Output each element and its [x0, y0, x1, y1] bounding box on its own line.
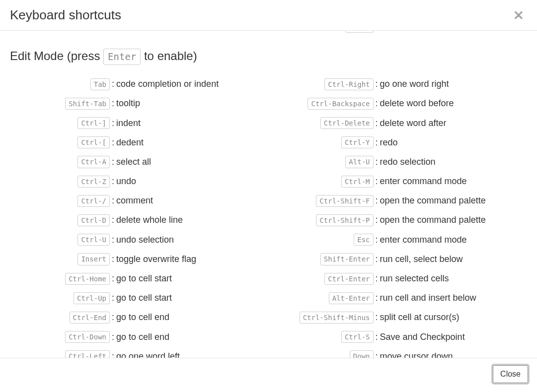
shortcut-desc: run selected cells	[380, 272, 449, 284]
shortcut-row: Ctrl-Enter: run selected cells	[269, 272, 528, 285]
shortcut-desc: redo selection	[380, 156, 436, 168]
shortcut-key: Ctrl-Delete	[320, 117, 374, 129]
shortcut-key: Shift-Enter	[320, 253, 374, 265]
close-button[interactable]: Close	[493, 365, 528, 383]
shortcut-key: Ctrl-Up	[74, 292, 110, 304]
section-heading-edit-mode: Edit Mode (press Enter to enable)	[10, 49, 527, 65]
shortcut-row: Ctrl-Home: go to cell start	[10, 272, 269, 285]
enter-key: Enter	[103, 49, 141, 65]
cutoff-shortcut-row: Space : scroll notebook down	[10, 31, 527, 40]
shortcut-desc: run cell, select below	[380, 253, 463, 265]
shortcut-row: Shift-Tab: tooltip	[10, 97, 269, 110]
shortcut-desc: open the command palette	[380, 195, 486, 206]
shortcut-key: Ctrl-Backspace	[307, 98, 373, 110]
shortcuts-column-left: Tab: code completion or indentShift-Tab:…	[10, 78, 269, 358]
shortcut-desc: tooltip	[116, 97, 140, 109]
shortcut-desc: Save and Checkpoint	[380, 331, 465, 343]
shortcut-row: Ctrl-Right: go one word right	[269, 78, 528, 90]
shortcut-desc: toggle overwrite flag	[116, 253, 196, 265]
shortcut-desc: select all	[116, 156, 151, 168]
shortcut-row: Alt-U: redo selection	[269, 155, 528, 168]
shortcut-key: Alt-Enter	[329, 292, 374, 304]
shortcut-row: Insert: toggle overwrite flag	[10, 253, 269, 265]
shortcut-row: Ctrl-Shift-Minus: split cell at cursor(s…	[269, 311, 528, 324]
shortcut-key: Ctrl-Down	[65, 331, 110, 343]
shortcut-key: Down	[350, 350, 374, 358]
shortcut-key: Shift-Tab	[65, 98, 110, 110]
dialog-header: Keyboard shortcuts ✕	[0, 0, 537, 31]
shortcut-desc: go to cell end	[116, 331, 169, 343]
shortcut-key: Ctrl-End	[70, 312, 110, 324]
shortcut-row: Ctrl-A: select all	[10, 155, 269, 168]
keyboard-shortcuts-dialog: Keyboard shortcuts ✕ Space : scroll note…	[0, 0, 537, 392]
shortcut-desc: enter command mode	[380, 234, 467, 246]
shortcut-row: Ctrl-S: Save and Checkpoint	[269, 330, 528, 343]
shortcut-desc: run cell and insert below	[380, 292, 476, 304]
shortcut-desc: redo	[380, 136, 398, 148]
dialog-footer: Close	[0, 358, 537, 392]
shortcut-row: Ctrl-Shift-P: open the command palette	[269, 214, 528, 226]
shortcut-row: Esc: enter command mode	[269, 233, 528, 246]
shortcut-desc: split cell at cursor(s)	[380, 311, 460, 323]
shortcut-key: Space	[345, 31, 373, 33]
shortcut-desc: code completion or indent	[116, 78, 219, 90]
shortcut-row: Ctrl-Delete: delete word after	[269, 117, 528, 129]
shortcut-key: Tab	[90, 78, 110, 90]
shortcut-desc: dedent	[116, 136, 144, 148]
dialog-body[interactable]: Space : scroll notebook down Edit Mode (…	[0, 31, 537, 358]
shortcut-key: Ctrl-Right	[324, 78, 373, 90]
shortcut-key: Ctrl-Home	[65, 273, 110, 285]
shortcut-desc: go to cell start	[116, 272, 172, 284]
shortcut-row: Ctrl-Z: undo	[10, 175, 269, 188]
shortcut-desc: scroll notebook down	[380, 31, 464, 33]
shortcut-desc: undo selection	[116, 234, 174, 246]
shortcut-row: Shift-Enter: run cell, select below	[269, 253, 528, 265]
shortcut-desc: enter command mode	[380, 175, 467, 187]
dialog-title: Keyboard shortcuts	[10, 7, 121, 23]
shortcut-key: Ctrl-/	[77, 195, 110, 207]
shortcut-row: Ctrl-U: undo selection	[10, 233, 269, 246]
shortcut-desc: go to cell end	[116, 311, 169, 323]
shortcut-key: Ctrl-Y	[341, 136, 374, 148]
shortcut-key: Ctrl-M	[341, 176, 374, 188]
shortcut-row: Ctrl-M: enter command mode	[269, 175, 528, 188]
shortcut-key: Ctrl-Left	[65, 350, 110, 358]
close-icon[interactable]: ✕	[510, 9, 527, 22]
shortcut-key: Ctrl-]	[77, 117, 110, 129]
shortcut-key: Esc	[354, 234, 373, 246]
shortcut-row: Ctrl-End: go to cell end	[10, 311, 269, 324]
shortcut-key: Insert	[77, 253, 110, 265]
shortcut-row: Ctrl-Shift-F: open the command palette	[269, 195, 528, 207]
shortcut-key: Ctrl-A	[77, 156, 110, 168]
shortcut-desc: indent	[116, 117, 141, 129]
shortcut-row: Down: move cursor down	[269, 350, 528, 358]
shortcut-key: Ctrl-Shift-F	[316, 195, 373, 207]
shortcut-desc: move cursor down	[380, 350, 453, 358]
shortcut-desc: undo	[116, 175, 136, 187]
shortcut-key: Ctrl-Z	[77, 176, 110, 188]
shortcut-desc: go one word right	[380, 78, 449, 90]
shortcut-row: Ctrl-Up: go to cell start	[10, 292, 269, 304]
shortcut-row: Ctrl-Y: redo	[269, 136, 528, 148]
shortcuts-column-right: Ctrl-Right: go one word rightCtrl-Backsp…	[269, 78, 528, 358]
shortcut-key: Ctrl-Shift-Minus	[300, 312, 374, 324]
shortcut-row: Ctrl-[: dedent	[10, 136, 269, 148]
shortcut-key: Ctrl-Enter	[324, 273, 373, 285]
shortcut-key: Ctrl-U	[77, 234, 110, 246]
shortcut-row: Ctrl-Backspace: delete word before	[269, 97, 528, 110]
shortcut-key: Alt-U	[345, 156, 373, 168]
shortcut-key: Ctrl-D	[77, 214, 110, 226]
shortcut-desc: open the command palette	[380, 214, 486, 226]
shortcut-row: Ctrl-D: delete whole line	[10, 214, 269, 226]
shortcut-row: Ctrl-]: indent	[10, 117, 269, 129]
shortcut-desc: delete word after	[380, 117, 447, 129]
shortcuts-columns: Tab: code completion or indentShift-Tab:…	[10, 78, 527, 358]
shortcut-key: Ctrl-[	[77, 136, 110, 148]
shortcut-desc: go one word left	[116, 350, 180, 358]
shortcut-row: Ctrl-Down: go to cell end	[10, 330, 269, 343]
shortcut-desc: delete whole line	[116, 214, 183, 226]
shortcut-desc: delete word before	[380, 97, 454, 109]
shortcut-key: Ctrl-Shift-P	[316, 214, 373, 226]
shortcut-row: Ctrl-Left: go one word left	[10, 350, 269, 358]
shortcut-row: Alt-Enter: run cell and insert below	[269, 292, 528, 304]
